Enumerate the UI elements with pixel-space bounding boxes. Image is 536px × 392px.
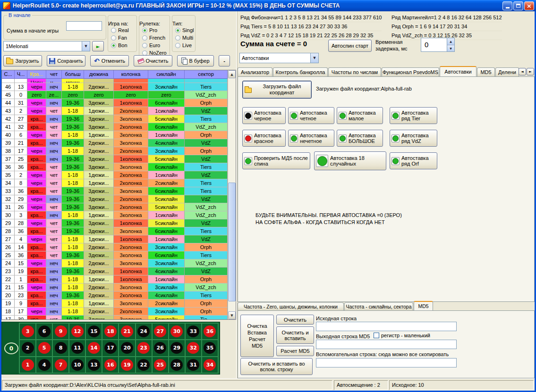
radio-option-singl[interactable]: Singl: [172, 26, 195, 34]
roulette-cell[interactable]: 16: [102, 357, 119, 373]
roulette-cell[interactable]: 28: [169, 357, 185, 373]
start-sum-input[interactable]: [66, 21, 102, 31]
bottom-tab-2[interactable]: Частота - сиклайны, сектора: [344, 302, 413, 310]
table-row[interactable]: 2536кра...чет19-363дюжи...3колонка6сикла…: [2, 251, 228, 259]
roulette-cell[interactable]: 29: [169, 340, 185, 356]
toolbar-button-6[interactable]: -: [219, 55, 230, 67]
tab-7[interactable]: Делени: [495, 67, 519, 76]
roulette-cell[interactable]: 12: [69, 323, 85, 340]
table-row[interactable]: 432чернчет1-181дюжи...2колонка1сиклайнVd…: [2, 107, 228, 115]
table-row[interactable]: 3636кра...чет19-363дюжи...3колонка6сикла…: [2, 163, 228, 171]
clear-paste-aux-button[interactable]: Очистить и вставить во вспом. строку: [240, 358, 313, 375]
roulette-cell[interactable]: 7: [52, 357, 69, 373]
table-row[interactable]: 3336кра...чет19-363дюжи...3колонка6сикла…: [2, 187, 228, 195]
roulette-zero[interactable]: 0: [4, 342, 18, 354]
roulette-cell[interactable]: 32: [185, 340, 202, 356]
autobet-button-1[interactable]: Автоставка черное: [242, 107, 286, 124]
aux-string-input[interactable]: [316, 358, 457, 367]
autobet-button-7[interactable]: Автоставка БОЛЬШОЕ: [337, 130, 383, 147]
tab-scroll-left-button[interactable]: [519, 68, 526, 75]
table-row[interactable]: 4431черннеч19-363дюжи...1колонка6сиклайн…: [2, 99, 228, 107]
autobet-button-11[interactable]: Автоставка ряд Orf: [390, 152, 437, 169]
table-row[interactable]: 4613черннеч1-182дюжи...1колонка3сиклайнT…: [2, 83, 228, 91]
roulette-cell[interactable]: 8: [52, 340, 69, 356]
table-row[interactable]: 2928чернчет19-363дюжи...1колонка5сиклайн…: [2, 219, 228, 227]
roulette-cell[interactable]: 27: [152, 323, 169, 340]
roulette-cell[interactable]: 17: [102, 340, 119, 356]
table-row[interactable]: 4227кра...неч19-363дюжи...3колонка5сикла…: [2, 115, 228, 123]
toolbar-button-5[interactable]: В буфер: [177, 55, 214, 67]
roulette-cell[interactable]: 1: [19, 357, 36, 373]
table-row[interactable]: 2319кра...неч19-362дюжи...1колонка4сикла…: [2, 267, 228, 275]
autobet-button-10[interactable]: Автоставка 18 случайных: [314, 151, 386, 170]
strategy-combo[interactable]: 1Melonati: [3, 41, 90, 51]
table-row[interactable]: Чернн...менш: [2, 79, 228, 83]
table-row[interactable]: 274чернчет1-181дюжи...1колонка1сиклайнVd…: [2, 235, 228, 243]
source-string-input[interactable]: [316, 322, 457, 331]
roulette-cell[interactable]: 13: [85, 357, 102, 373]
toolbar-button-2[interactable]: Сохранить: [47, 55, 85, 67]
roulette-cell[interactable]: 10: [69, 357, 85, 373]
roulette-cell[interactable]: 5: [36, 340, 52, 356]
table-row[interactable]: 1817черннеч1-182дюжи...2колонка3сиклайнO…: [2, 308, 228, 316]
toolbar-button-4[interactable]: Очистить: [134, 55, 172, 67]
table-row[interactable]: 3817черннеч1-182дюжи...2колонка3сиклайнO…: [2, 147, 228, 155]
autobet-button-9[interactable]: Проверить МД5 после спина: [242, 152, 310, 169]
tab-2[interactable]: Контроль банкролла: [273, 67, 328, 76]
table-row[interactable]: 221кра...неч1-181дюжи...1колонка1сиклайн…: [2, 275, 228, 284]
chevron-down-icon[interactable]: [82, 42, 90, 51]
table-row[interactable]: 2836кра...чет19-363дюжи...3колонка6сикла…: [2, 227, 228, 235]
roulette-cell[interactable]: 33: [185, 323, 202, 340]
table-row[interactable]: 199кра...неч1-181дюжи...3колонка2сиклайн…: [2, 300, 228, 308]
radio-option-real[interactable]: Real: [108, 26, 136, 34]
output-string-input[interactable]: [316, 340, 457, 349]
radio-option-multi[interactable]: Multi: [172, 34, 195, 42]
spin-down-button[interactable]: [447, 45, 454, 52]
autobet-button-3[interactable]: Автоставка малое: [337, 107, 383, 124]
calc-md5-button[interactable]: Расчет MD5: [276, 346, 314, 356]
roulette-cell[interactable]: 11: [69, 340, 85, 356]
table-row[interactable]: 3921кра...неч19-362дюжи...3колонка4сикла…: [2, 139, 228, 147]
roulette-cell[interactable]: 14: [85, 340, 102, 356]
bottom-tab-3[interactable]: MD5: [414, 301, 433, 310]
table-row[interactable]: 352чернчет1-181дюжи...2колонка1сиклайнVd…: [2, 171, 228, 179]
roulette-cell[interactable]: 15: [85, 323, 102, 340]
toolbar-button-1[interactable]: Загрузить: [3, 55, 42, 67]
roulette-cell[interactable]: 6: [36, 323, 52, 340]
spin-up-button[interactable]: [447, 38, 454, 45]
scroll-up-button[interactable]: [228, 70, 236, 78]
tab-3[interactable]: Частоты по числам: [328, 67, 381, 76]
tab-1[interactable]: Анализатор: [238, 67, 272, 76]
radio-option-bon[interactable]: Bon: [108, 42, 136, 49]
autobets-combo[interactable]: Автоставки: [239, 53, 319, 63]
table-row[interactable]: 2415черннеч1-182дюжи...3колонка3сиклайнV…: [2, 259, 228, 267]
roulette-cell[interactable]: 3: [19, 323, 36, 340]
roulette-cell[interactable]: 30: [169, 323, 185, 340]
tab-scroll-right-button[interactable]: [527, 68, 534, 75]
table-row[interactable]: 2023кра...неч19-362дюжи...2колонка4сикла…: [2, 292, 228, 300]
roulette-cell[interactable]: 26: [152, 340, 169, 356]
roulette-cell[interactable]: 4: [36, 357, 52, 373]
autobet-button-4[interactable]: Автоставка ряд Tier: [390, 107, 437, 124]
roulette-cell[interactable]: 34: [202, 357, 218, 373]
table-row[interactable]: 2115черннеч1-182дюжи...3колонка3сиклайнV…: [2, 284, 228, 292]
roulette-cell[interactable]: 20: [119, 340, 135, 356]
roulette-cell[interactable]: 18: [102, 323, 119, 340]
table-row[interactable]: 2614кра...чет1-182дюжи...2колонка3сиклай…: [2, 243, 228, 251]
toolbar-button-3[interactable]: Отменить: [90, 55, 129, 67]
minimize-button[interactable]: [502, 1, 512, 10]
scroll-down-button[interactable]: [228, 311, 236, 319]
radio-option-euro[interactable]: Euro: [139, 42, 170, 49]
table-row[interactable]: 450zeroze...zerozerozerozeroVdZ_zch: [2, 91, 228, 99]
table-row[interactable]: 348чернчет1-181дюжи...2колонка2сиклайнTi…: [2, 179, 228, 187]
table-row[interactable]: 3725кра...неч19-363дюжи...1колонка5сикла…: [2, 155, 228, 163]
start-strategy-button[interactable]: [92, 41, 104, 51]
autobet-button-8[interactable]: Автоставка ряд VdZ: [390, 130, 437, 147]
tab-6[interactable]: MD5: [477, 67, 495, 76]
roulette-cell[interactable]: 2: [19, 340, 36, 356]
roulette-cell[interactable]: 22: [136, 357, 152, 373]
radio-option-french[interactable]: French: [139, 34, 170, 42]
autobet-button-2[interactable]: Автоставка четное: [288, 107, 334, 124]
table-row[interactable]: 1730кра...чет19-363дюжи...3колонка5сикла…: [2, 316, 228, 320]
roulette-cell[interactable]: 36: [202, 323, 218, 340]
